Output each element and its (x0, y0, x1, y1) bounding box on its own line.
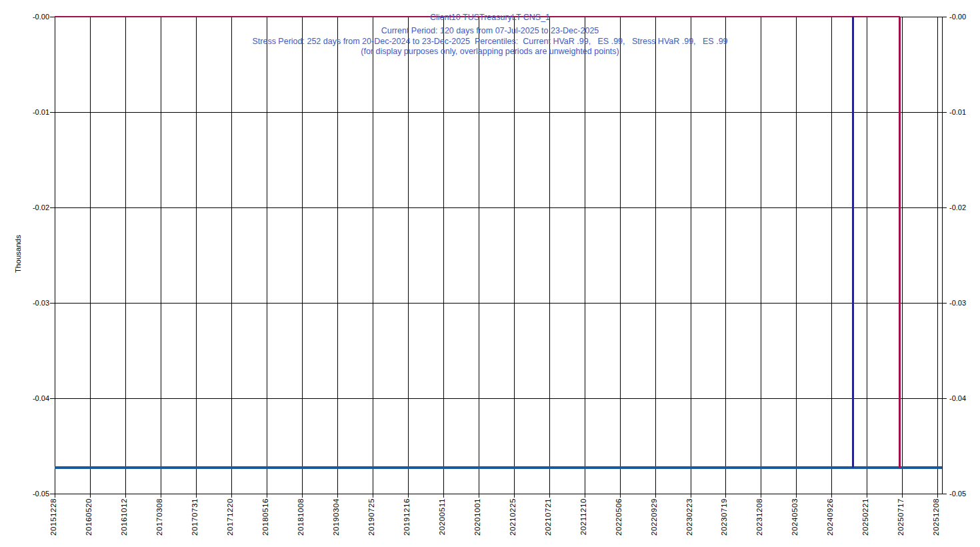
x-tick-label: 20201001 (473, 498, 481, 536)
y-tick-label-right: -0.04 (949, 394, 980, 403)
x-tick-label: 20220506 (615, 498, 623, 536)
y-tick-label-right: -0.03 (949, 299, 980, 308)
chart-title-line-2: Current Period: 120 days from 07-Jul-202… (0, 26, 980, 35)
x-tick-label: 20210721 (544, 498, 552, 536)
x-tick-label: 20210225 (509, 498, 517, 536)
x-tick-label: 20251208 (932, 498, 940, 536)
chart-title-line-4: (for display purposes only, overlapping … (0, 47, 980, 56)
x-tick-label: 20230223 (685, 498, 693, 536)
chart-title-line-3: Stress Period: 252 days from 20-Dec-2024… (0, 37, 980, 46)
y-tick-label-left: -0.05 (20, 490, 49, 498)
x-tick-label: 20240926 (826, 498, 834, 536)
x-tick-label: 20170308 (155, 498, 163, 536)
chart-grid-and-series (0, 0, 980, 547)
x-tick-label: 20181008 (297, 498, 305, 536)
y-tick-label-left: -0.04 (20, 394, 49, 403)
y-tick-label-right: -0.00 (949, 13, 980, 21)
x-tick-label: 20250221 (861, 498, 869, 536)
y-tick-label-left: -0.02 (20, 203, 49, 212)
chart-canvas: Client10 TUSTreasuryLT CNS_1 Current Per… (0, 0, 980, 547)
x-tick-label: 20151228 (49, 498, 57, 536)
y-axis-title: Thousands (14, 235, 22, 273)
x-tick-label: 20200511 (438, 498, 446, 535)
chart-title-line-1: Client10 TUSTreasuryLT CNS_1 (0, 13, 980, 22)
x-tick-label: 20180516 (261, 498, 269, 536)
x-tick-label: 20191216 (403, 498, 411, 536)
x-tick-label: 20211210 (579, 498, 587, 535)
x-tick-label: 20190304 (332, 498, 340, 536)
y-tick-label-right: -0.02 (949, 203, 980, 212)
y-tick-label-right: -0.05 (949, 490, 980, 498)
x-tick-label: 20250717 (897, 498, 905, 536)
x-tick-label: 20231208 (755, 498, 763, 536)
x-tick-label: 20230719 (720, 498, 728, 536)
x-tick-label: 20190725 (367, 498, 375, 536)
y-tick-label-left: -0.01 (20, 108, 49, 117)
y-tick-label-right: -0.01 (949, 108, 980, 117)
y-tick-label-left: -0.03 (20, 299, 49, 308)
x-tick-label: 20220929 (650, 498, 658, 536)
x-tick-label: 20161012 (120, 498, 128, 536)
x-tick-label: 20170731 (191, 498, 199, 536)
x-tick-label: 20160520 (85, 498, 93, 536)
y-tick-label-left: -0.00 (20, 13, 49, 21)
x-tick-label: 20240503 (791, 498, 799, 536)
x-tick-label: 20171220 (226, 498, 234, 536)
